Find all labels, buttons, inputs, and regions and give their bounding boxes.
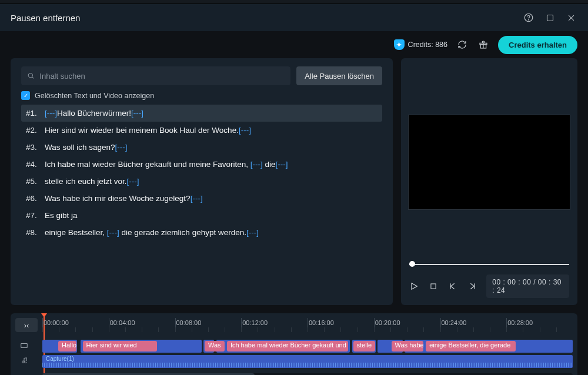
ruler-label: 00:04:00 bbox=[110, 319, 135, 326]
help-icon[interactable] bbox=[520, 9, 537, 26]
pause-marker[interactable]: [---] bbox=[250, 160, 263, 169]
clip-label[interactable]: Hier sind wir wied bbox=[83, 341, 157, 351]
search-input[interactable] bbox=[39, 72, 285, 81]
line-number: #7. bbox=[26, 211, 41, 220]
titlebar: Pausen entfernen bbox=[0, 4, 588, 31]
line-text: Es gibt ja bbox=[45, 211, 78, 220]
play-icon[interactable] bbox=[409, 280, 419, 292]
line-number: #4. bbox=[26, 160, 41, 169]
pause-marker[interactable]: [---] bbox=[115, 143, 128, 152]
maximize-icon[interactable] bbox=[541, 9, 559, 26]
line-text: Was habe ich mir diese Woche zugelegt? bbox=[45, 194, 191, 203]
svg-rect-6 bbox=[431, 284, 436, 289]
line-number: #1. bbox=[26, 109, 41, 118]
svg-rect-2 bbox=[547, 15, 553, 21]
timeline: ›‹ 00:00:0000:04:0000:08:0000:12:0000:16… bbox=[11, 313, 577, 375]
clip-label[interactable]: stelle bbox=[353, 341, 376, 351]
show-deleted-checkbox[interactable]: ✓ bbox=[21, 91, 30, 100]
line-text: stelle ich euch jetzt vor. bbox=[45, 177, 127, 186]
ruler-label: 00:24:00 bbox=[442, 319, 467, 326]
line-text: Hallo Bücherwürmer! bbox=[57, 109, 131, 118]
show-deleted-row[interactable]: ✓ Gelöschten Text und Video anzeigen bbox=[21, 91, 382, 100]
credits-label: Credits: 886 bbox=[408, 41, 447, 49]
preview-pane: 00 : 00 : 00 / 00 : 30 : 24 bbox=[401, 58, 577, 305]
video-preview bbox=[408, 115, 570, 210]
stop-icon[interactable] bbox=[429, 280, 439, 292]
svg-point-1 bbox=[529, 19, 529, 20]
line-text: Hier sind wir wieder bei meinem Book Hau… bbox=[45, 126, 239, 135]
line-number: #6. bbox=[26, 194, 41, 203]
gift-icon[interactable] bbox=[477, 38, 490, 51]
video-track[interactable]: HalloHier sind wir wiedWas Ich habe mal … bbox=[42, 339, 573, 353]
scrub-bar[interactable] bbox=[409, 259, 569, 269]
line-text: die bbox=[263, 160, 276, 169]
search-icon bbox=[27, 72, 35, 80]
ruler-label: 00:28:00 bbox=[507, 319, 533, 326]
pause-marker[interactable]: [---] bbox=[246, 228, 259, 237]
ruler-label: 00:00:00 bbox=[44, 319, 69, 326]
search-box[interactable] bbox=[21, 66, 290, 85]
clip-label[interactable]: Ich habe mal wieder Bücher gekauft und m bbox=[227, 341, 348, 351]
ruler-label: 00:16:00 bbox=[309, 319, 334, 326]
clip-label[interactable]: Was habe bbox=[392, 341, 423, 351]
pause-marker[interactable]: [---] bbox=[131, 109, 143, 118]
ruler-label: 00:12:00 bbox=[242, 319, 268, 326]
line-number: #2. bbox=[26, 126, 41, 135]
next-frame-icon[interactable] bbox=[467, 280, 477, 292]
transcript-line[interactable]: #7.Es gibt ja bbox=[21, 207, 382, 224]
line-number: #3. bbox=[26, 143, 41, 152]
video-track-icon bbox=[20, 341, 33, 351]
snap-button[interactable]: ›‹ bbox=[15, 318, 38, 332]
transcript-line[interactable]: #6.Was habe ich mir diese Woche zugelegt… bbox=[21, 190, 382, 207]
ruler-label: 00:08:00 bbox=[176, 319, 202, 326]
window-title: Pausen entfernen bbox=[11, 13, 80, 23]
line-text: Was soll ich sagen? bbox=[45, 143, 115, 152]
line-text: Ich habe mal wieder Bücher gekauft und m… bbox=[45, 160, 250, 169]
transcript-lines: #1.[---]Hallo Bücherwürmer![---]#2.Hier … bbox=[21, 105, 382, 241]
clip-label[interactable]: einige Bestseller, die gerade bbox=[426, 341, 516, 351]
audio-clip[interactable]: Capture(1) bbox=[42, 355, 573, 368]
credits-shield-icon: ✦ bbox=[394, 39, 405, 50]
transcript-line[interactable]: #8.einige Bestseller, [---] die gerade z… bbox=[21, 224, 382, 241]
get-credits-button[interactable]: Credits erhalten bbox=[498, 36, 577, 54]
transcript-pane: Alle Pausen löschen ✓ Gelöschten Text un… bbox=[11, 58, 393, 305]
line-number: #5. bbox=[26, 177, 41, 186]
timecode: 00 : 00 : 00 / 00 : 30 : 24 bbox=[486, 274, 569, 298]
pause-marker[interactable]: [---] bbox=[127, 177, 139, 186]
clip-label[interactable]: Was bbox=[205, 341, 225, 351]
line-number: #8. bbox=[26, 228, 41, 237]
transcript-line[interactable]: #5.stelle ich euch jetzt vor.[---] bbox=[21, 173, 382, 190]
time-ruler[interactable]: 00:00:0000:04:0000:08:0000:12:0000:16:00… bbox=[42, 318, 573, 338]
pause-marker[interactable]: [---] bbox=[107, 228, 119, 237]
credits-badge: ✦ Credits: 886 bbox=[394, 39, 447, 50]
audio-track-icon bbox=[20, 357, 33, 367]
refresh-icon[interactable] bbox=[456, 38, 469, 51]
delete-all-pauses-button[interactable]: Alle Pausen löschen bbox=[296, 66, 382, 85]
audio-track[interactable]: Capture(1) bbox=[42, 354, 573, 369]
transcript-line[interactable]: #4.Ich habe mal wieder Bücher gekauft un… bbox=[21, 156, 382, 173]
line-text: einige Bestseller, bbox=[45, 228, 107, 237]
line-text: die gerade ziemlich gehypt werden. bbox=[119, 228, 246, 237]
transcript-line[interactable]: #1.[---]Hallo Bücherwürmer![---] bbox=[21, 105, 382, 122]
pause-marker[interactable]: [---] bbox=[275, 160, 288, 169]
clip-label[interactable]: Hallo bbox=[58, 341, 76, 351]
pause-marker[interactable]: [---] bbox=[239, 126, 251, 135]
prev-frame-icon[interactable] bbox=[448, 280, 458, 292]
pause-marker[interactable]: [---] bbox=[191, 194, 203, 203]
show-deleted-label: Gelöschten Text und Video anzeigen bbox=[35, 92, 154, 100]
credits-row: ✦ Credits: 886 Credits erhalten bbox=[0, 31, 588, 58]
transcript-line[interactable]: #3.Was soll ich sagen?[---] bbox=[21, 139, 382, 156]
svg-rect-7 bbox=[21, 343, 28, 347]
pause-marker[interactable]: [---] bbox=[45, 109, 57, 118]
ruler-label: 00:20:00 bbox=[375, 319, 400, 326]
svg-point-5 bbox=[28, 73, 32, 78]
audio-clip-name: Capture(1) bbox=[46, 356, 74, 362]
transcript-line[interactable]: #2.Hier sind wir wieder bei meinem Book … bbox=[21, 122, 382, 139]
close-icon[interactable] bbox=[562, 9, 580, 26]
